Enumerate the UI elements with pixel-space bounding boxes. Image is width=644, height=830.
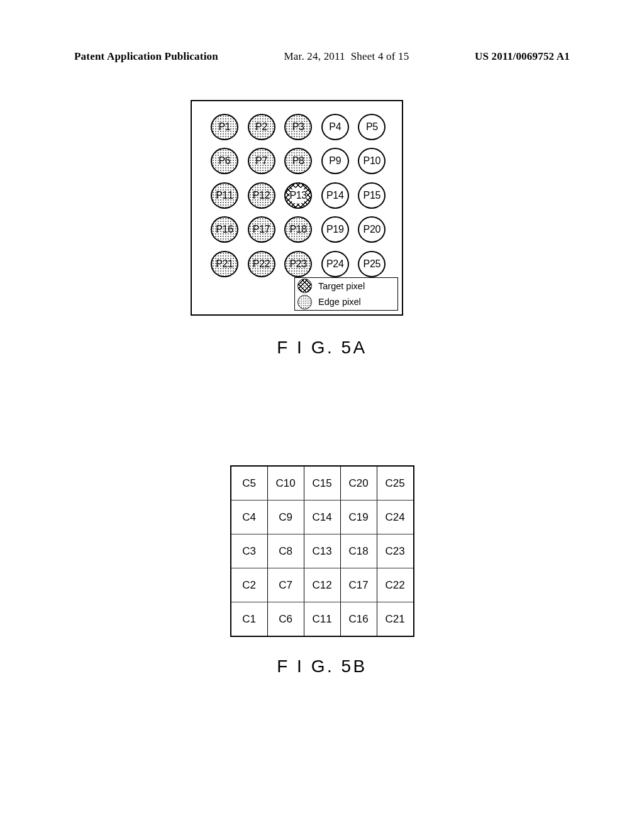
pixel-label: P11 bbox=[216, 190, 233, 201]
cell: C4 bbox=[231, 501, 268, 534]
pixel-label: P13 bbox=[289, 190, 307, 201]
pixel-p13-target: P13 bbox=[284, 182, 312, 209]
sheet-number: Sheet 4 of 15 bbox=[351, 50, 409, 62]
table-row: C1 C6 C11 C16 C21 bbox=[231, 602, 414, 637]
pixel-label: P23 bbox=[289, 258, 307, 270]
pixel-p2: P2 bbox=[248, 114, 275, 140]
pixel-p10: P10 bbox=[358, 148, 386, 174]
cell: C6 bbox=[267, 602, 304, 637]
pixel-p20: P20 bbox=[358, 216, 386, 243]
pixel-p14: P14 bbox=[321, 182, 349, 209]
pixel-p9: P9 bbox=[321, 148, 349, 174]
cell: C8 bbox=[267, 534, 304, 568]
cell: C10 bbox=[267, 466, 304, 501]
cell: C19 bbox=[340, 501, 377, 534]
pixel-label: P10 bbox=[364, 155, 381, 167]
pixel-label: P21 bbox=[216, 258, 233, 270]
pixel-p15: P15 bbox=[358, 182, 386, 209]
cell: C2 bbox=[231, 568, 268, 602]
cell: C17 bbox=[340, 568, 377, 602]
page: Patent Application Publication Mar. 24, … bbox=[0, 0, 644, 830]
pixel-label: P2 bbox=[255, 121, 267, 133]
cell: C23 bbox=[377, 534, 414, 568]
edge-pixel-icon bbox=[297, 295, 312, 309]
figure-5b-wrap: C5 C10 C15 C20 C25 C4 C9 C14 C19 C24 C3 … bbox=[0, 465, 644, 637]
pixel-p21: P21 bbox=[211, 251, 238, 277]
table-row: C5 C10 C15 C20 C25 bbox=[231, 466, 414, 501]
pixel-label: P18 bbox=[289, 224, 307, 235]
pixel-label: P22 bbox=[253, 258, 270, 270]
publication-type: Patent Application Publication bbox=[74, 50, 218, 63]
pixel-p5: P5 bbox=[358, 114, 386, 140]
cell: C22 bbox=[377, 568, 414, 602]
cell: C14 bbox=[304, 501, 340, 534]
cell: C9 bbox=[267, 501, 304, 534]
pixel-label: P24 bbox=[326, 258, 344, 270]
pixel-label: P15 bbox=[364, 190, 381, 201]
figure-5a-label: F I G. 5A bbox=[0, 338, 644, 358]
legend: Target pixel Edge pixel bbox=[294, 277, 398, 311]
pixel-p7: P7 bbox=[248, 148, 275, 174]
pixel-p16: P16 bbox=[211, 216, 238, 243]
cell: C13 bbox=[304, 534, 340, 568]
cell: C3 bbox=[231, 534, 268, 568]
pixel-p23: P23 bbox=[284, 251, 312, 277]
figure-5b-table: C5 C10 C15 C20 C25 C4 C9 C14 C19 C24 C3 … bbox=[230, 465, 414, 637]
cell: C7 bbox=[267, 568, 304, 602]
legend-row-edge: Edge pixel bbox=[295, 294, 397, 311]
pixel-label: P19 bbox=[326, 224, 344, 235]
cell: C25 bbox=[377, 466, 414, 501]
pixel-label: P16 bbox=[216, 224, 233, 235]
patent-header: Patent Application Publication Mar. 24, … bbox=[0, 50, 644, 63]
publication-date: Mar. 24, 2011 bbox=[284, 50, 345, 62]
pixel-label: P9 bbox=[329, 155, 341, 167]
table-row: C2 C7 C12 C17 C22 bbox=[231, 568, 414, 602]
pixel-label: P5 bbox=[366, 121, 378, 133]
table-row: C4 C9 C14 C19 C24 bbox=[231, 501, 414, 534]
pixel-p6: P6 bbox=[211, 148, 238, 174]
pixel-label: P1 bbox=[219, 121, 231, 133]
publication-number: US 2011/0069752 A1 bbox=[475, 50, 570, 63]
figure-5b-label: F I G. 5B bbox=[0, 656, 644, 677]
pixel-p19: P19 bbox=[321, 216, 349, 243]
pixel-p1: P1 bbox=[211, 114, 238, 140]
cell: C15 bbox=[304, 466, 340, 501]
publication-date-sheet: Mar. 24, 2011 Sheet 4 of 15 bbox=[284, 50, 409, 63]
cell: C20 bbox=[340, 466, 377, 501]
pixel-label: P25 bbox=[364, 258, 381, 270]
cell: C21 bbox=[377, 602, 414, 637]
pixel-label: P7 bbox=[255, 155, 267, 167]
pixel-p12: P12 bbox=[248, 182, 275, 209]
pixel-label: P3 bbox=[292, 121, 304, 133]
pixel-label: P20 bbox=[364, 224, 381, 235]
pixel-p8: P8 bbox=[284, 148, 312, 174]
target-pixel-icon bbox=[297, 279, 312, 293]
cell: C24 bbox=[377, 501, 414, 534]
cell: C18 bbox=[340, 534, 377, 568]
pixel-p18: P18 bbox=[284, 216, 312, 243]
pixel-p22: P22 bbox=[248, 251, 275, 277]
pixel-p17: P17 bbox=[248, 216, 275, 243]
cell: C1 bbox=[231, 602, 268, 637]
cell: C12 bbox=[304, 568, 340, 602]
pixel-label: P4 bbox=[329, 121, 341, 133]
pixel-p11: P11 bbox=[211, 182, 238, 209]
pixel-p3: P3 bbox=[284, 114, 312, 140]
cell: C16 bbox=[340, 602, 377, 637]
legend-target-label: Target pixel bbox=[318, 281, 365, 291]
pixel-p24: P24 bbox=[321, 251, 349, 277]
pixel-p4: P4 bbox=[321, 114, 349, 140]
cell: C5 bbox=[231, 466, 268, 501]
cell: C11 bbox=[304, 602, 340, 637]
pixel-p25: P25 bbox=[358, 251, 386, 277]
pixel-label: P17 bbox=[253, 224, 270, 235]
figure-5a-frame: P1 P2 P3 P4 P5 P6 P7 P8 P9 P10 P11 P12 P… bbox=[191, 100, 403, 316]
pixel-label: P12 bbox=[253, 190, 270, 201]
pixel-label: P14 bbox=[326, 190, 344, 201]
pixel-label: P6 bbox=[219, 155, 231, 167]
legend-edge-label: Edge pixel bbox=[318, 297, 361, 307]
pixel-grid: P1 P2 P3 P4 P5 P6 P7 P8 P9 P10 P11 P12 P… bbox=[211, 114, 387, 279]
table-row: C3 C8 C13 C18 C23 bbox=[231, 534, 414, 568]
legend-row-target: Target pixel bbox=[295, 278, 397, 294]
pixel-label: P8 bbox=[292, 155, 304, 167]
